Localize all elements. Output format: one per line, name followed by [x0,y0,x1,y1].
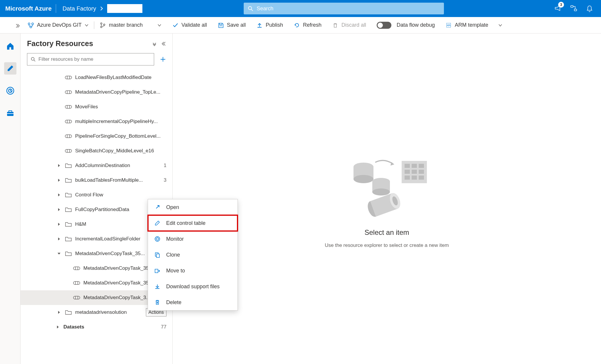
svg-point-8 [101,26,102,28]
expand-rail-button[interactable] [14,22,22,30]
connections-icon[interactable] [570,5,578,12]
dataflow-debug-toggle[interactable]: Data flow debug [371,17,440,33]
ctx-clone[interactable]: Clone [148,247,238,263]
gauge-icon [154,235,161,242]
pipeline-icon [65,90,72,95]
svg-rect-54 [405,170,410,174]
validate-all-label: Validate all [181,22,207,28]
save-all-button[interactable]: Save all [212,17,251,33]
collapse-panel-icon[interactable] [162,41,167,46]
ctx-monitor[interactable]: Monitor [148,231,238,247]
pipeline-icon [65,75,72,80]
folder-icon [65,222,72,227]
tree-row-pipeline[interactable]: SingleBatchCopy_MiddleLevel_e16 [21,144,172,158]
tree-row-pipeline[interactable]: LoadNewFilesByLastModifiedDate [21,70,172,85]
ctx-open[interactable]: Open [148,199,238,215]
notifications-bell-icon[interactable] [586,5,593,12]
ctx-label: Delete [166,299,181,306]
pencil-icon [6,64,15,73]
tree-count: 3 [156,177,166,183]
svg-rect-55 [412,170,417,174]
branch-selector[interactable]: master branch [94,17,167,33]
tree-row-folder[interactable]: AddColumninDestination 1 [21,158,172,173]
folder-icon [65,178,72,183]
caret-right-icon [56,237,62,241]
git-icon [28,22,34,28]
tree-label: LoadNewFilesByLastModifiedDate [75,75,166,80]
announcements-icon[interactable]: 3 [554,5,562,12]
rail-author-button[interactable] [4,62,16,75]
global-search[interactable] [244,3,444,14]
arm-template-button[interactable]: ARM template [440,17,508,33]
tree-row-folder[interactable]: bulkLoadTablesFromMultiple... 3 [21,173,172,188]
svg-point-46 [353,175,373,183]
svg-rect-14 [7,113,14,114]
ctx-edit-control-table[interactable]: Edit control table [148,215,238,231]
filter-input-wrap[interactable] [27,53,154,65]
ctx-move-to[interactable]: Move to [148,263,238,279]
rail-manage-button[interactable] [4,107,16,119]
tree-row-pipeline[interactable]: MoveFiles [21,100,172,114]
ctx-label: Monitor [166,236,184,242]
pipeline-icon [73,295,80,300]
tree-label: multipleIncrementalCopyPipelineHy... [75,119,166,124]
svg-rect-67 [156,254,159,257]
refresh-label: Refresh [303,22,321,28]
git-repo-selector[interactable]: Azure DevOps GIT [22,17,94,33]
branch-label: master branch [109,22,143,28]
rail-home-button[interactable] [4,40,16,52]
svg-point-6 [30,26,32,28]
caret-right-icon [56,193,62,197]
chevron-right-icon [100,6,103,11]
tree-row-pipeline[interactable]: MetadataDrivenCopyPipeline_TopLe... [21,85,172,100]
clone-icon [154,251,161,258]
validate-all-button[interactable]: Validate all [167,17,212,33]
toggle-switch[interactable] [377,22,391,29]
panel-header: Factory Resources [21,33,172,50]
tree-count: 77 [156,324,166,330]
tree-section-datasets[interactable]: Datasets 77 [21,320,172,334]
ctx-label: Move to [166,268,185,274]
ctx-label: Download support files [166,284,220,290]
folder-icon [65,310,72,315]
svg-rect-2 [571,6,573,7]
notification-badge: 3 [558,2,564,8]
add-resource-button[interactable] [159,55,167,63]
tree-row-pipeline[interactable]: multipleIncrementalCopyPipelineHy... [21,114,172,129]
caret-right-icon [56,178,62,182]
rail-monitor-button[interactable] [4,85,16,97]
svg-point-4 [28,23,30,25]
folder-icon [65,192,72,198]
plus-icon [160,56,166,63]
filter-input[interactable] [38,56,150,62]
git-repo-label: Azure DevOps GIT [37,22,82,28]
svg-line-1 [251,9,253,11]
svg-rect-29 [65,135,72,138]
tree-row-pipeline[interactable]: PipelineForSingleCopy_BottomLevel... [21,129,172,144]
save-all-label: Save all [227,22,246,28]
pencil-icon [154,220,161,227]
trash-icon [332,22,339,28]
svg-point-65 [156,238,159,240]
search-input[interactable] [253,6,440,12]
refresh-icon [294,22,300,28]
svg-rect-20 [65,91,72,94]
pipeline-icon [73,266,80,271]
pin-toggle-icon[interactable] [152,41,157,46]
breadcrumb-label: Data Factory [63,5,96,12]
refresh-button[interactable]: Refresh [288,17,327,33]
svg-rect-32 [65,149,72,152]
svg-rect-59 [419,176,424,180]
tree-label: PipelineForSingleCopy_BottomLevel... [75,133,166,139]
context-menu: Open Edit control table Monitor Clone Mo… [148,199,238,311]
panel-title: Factory Resources [27,39,93,48]
ctx-delete[interactable]: Delete [148,294,238,310]
topbar-right: 3 [545,5,597,12]
tree-count: 1 [156,163,166,168]
tree-label: MetadataDrivenCopyPipeline_TopLe... [75,89,166,95]
discard-all-button[interactable]: Discard all [327,17,371,33]
publish-button[interactable]: Publish [251,17,288,33]
ctx-download[interactable]: Download support files [148,279,238,294]
svg-rect-52 [412,164,417,168]
breadcrumb[interactable]: Data Factory [56,4,142,13]
